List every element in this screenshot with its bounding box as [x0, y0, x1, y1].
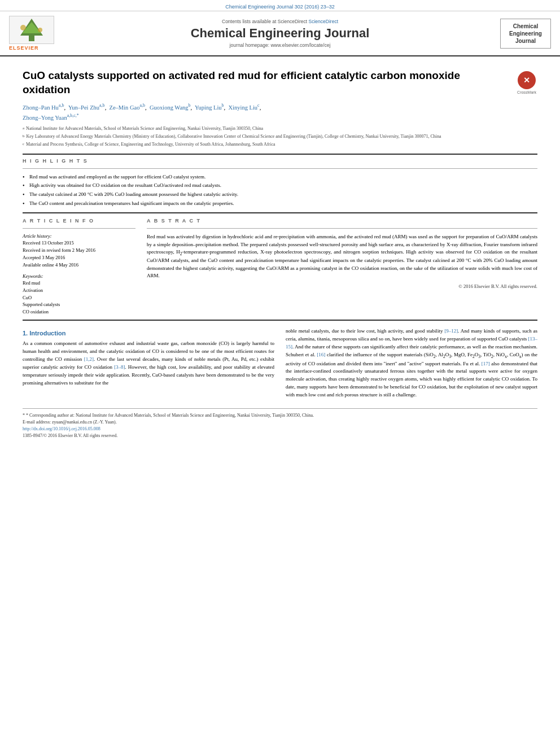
page-wrapper: Chemical Engineering Journal 302 (2016) … — [0, 0, 560, 447]
ref-1-2[interactable]: [1,2] — [84, 356, 94, 362]
author-zhu: Yun–Pei Zhu — [68, 104, 99, 111]
crossmark-badge[interactable]: ✕ CrossMark — [516, 71, 537, 94]
ref-9-12[interactable]: [9–12] — [444, 328, 458, 334]
author-liu-x: Xinying Liu — [228, 104, 257, 111]
kw-2: Activation — [23, 287, 135, 294]
crossmark-label: CrossMark — [517, 90, 536, 94]
keywords-title: Keywords: — [23, 273, 135, 279]
homepage-line: journal homepage: www.elsevier.com/locat… — [65, 42, 495, 48]
affil-a-text: National Institute for Advanced Material… — [26, 125, 263, 132]
issn-copyright: 1385-8947/© 2016 Elsevier B.V. All right… — [23, 433, 537, 439]
crossmark-icon: ✕ — [518, 71, 536, 89]
kw-5: CO oxidation — [23, 309, 135, 316]
footnote-area: * * Corresponding author at: National In… — [23, 408, 537, 439]
affil-b-text: Key Laboratory of Advanced Energy Materi… — [27, 133, 441, 140]
article-info-abstract-cols: A R T I C L E I N F O Article history: R… — [23, 218, 537, 316]
journal-center-info: Contents lists available at ScienceDirec… — [65, 19, 495, 48]
thick-divider-2 — [23, 212, 537, 213]
affil-b: bKey Laboratory of Advanced Energy Mater… — [23, 133, 537, 140]
journal-header: ELSEVIER Contents lists available at Sci… — [0, 11, 560, 56]
authors-line: Zhong–Pan Hua,b, Yun–Pei Zhua,b, Ze–Min … — [23, 102, 537, 122]
affiliations: aNational Institute for Advanced Materia… — [23, 125, 537, 148]
highlights-heading: H I G H L I G H T S — [23, 158, 537, 164]
doi-text: http://dx.doi.org/10.1016/j.cej.2016.05.… — [23, 426, 100, 431]
highlights-divider — [23, 168, 537, 169]
history-received: Received 13 October 2015 — [23, 240, 135, 247]
kw-1: Red mud — [23, 280, 135, 287]
highlight-item: The catalyst calcined at 200 °C with 20%… — [23, 191, 537, 198]
elsevier-tree-icon — [12, 18, 51, 42]
highlights-list: Red mud was activated and employed as th… — [23, 173, 537, 207]
article-title-section: CuO catalysts supported on activated red… — [23, 69, 537, 97]
author-yuan: Zhong–Yong Yuan — [23, 114, 67, 120]
ref-17[interactable]: [17] — [482, 361, 490, 366]
section1-left-text: As a common component of automotive exha… — [23, 340, 274, 387]
article-title: CuO catalysts supported on activated red… — [23, 69, 510, 97]
abstract-heading: A B S T R A C T — [147, 218, 537, 224]
article-info-divider — [23, 228, 135, 229]
section1-title: 1. Introduction — [23, 330, 274, 337]
author-liu-y: Yuping Liu — [195, 104, 222, 111]
svg-point-3 — [20, 25, 26, 30]
history-online: Available online 4 May 2016 — [23, 262, 135, 269]
thick-divider-1 — [23, 154, 537, 155]
body-left-col: 1. Introduction As a common component of… — [23, 327, 274, 403]
affil-c: cMaterial and Process Synthesis, College… — [23, 141, 537, 148]
body-right-col: noble metal catalysts, due to their low … — [286, 327, 537, 403]
highlight-item: The CuO content and precalcination tempe… — [23, 200, 537, 207]
footnote-star-note: * * Corresponding author at: National In… — [23, 412, 537, 419]
body-two-col: 1. Introduction As a common component of… — [23, 327, 537, 403]
elsevier-logo-area: ELSEVIER — [9, 16, 60, 51]
author-gao: Ze–Min Gao — [110, 104, 140, 111]
author-wang: Guoxiong Wang — [150, 104, 189, 111]
sciencedirect-line: Contents lists available at ScienceDirec… — [65, 19, 495, 24]
history-accepted: Accepted 3 May 2016 — [23, 255, 135, 261]
kw-3: CuO — [23, 295, 135, 302]
abstract-copyright: © 2016 Elsevier B.V. All rights reserved… — [147, 283, 537, 289]
journal-ref: Chemical Engineering Journal 302 (2016) … — [225, 4, 335, 10]
right-journal-box: ChemicalEngineeringJournal — [500, 19, 551, 49]
highlight-item: Red mud was activated and employed as th… — [23, 173, 537, 181]
right-journal-box-area: ChemicalEngineeringJournal — [500, 19, 551, 49]
journal-title-header: Chemical Engineering Journal — [65, 27, 495, 40]
thick-divider-3 — [23, 320, 537, 321]
article-info-heading: A R T I C L E I N F O — [23, 218, 135, 224]
doi-link[interactable]: http://dx.doi.org/10.1016/j.cej.2016.05.… — [23, 426, 537, 433]
author-hu: Zhong–Pan Hu — [23, 104, 59, 111]
article-history: Article history: Received 13 October 201… — [23, 233, 135, 269]
elsevier-label: ELSEVIER — [9, 45, 39, 51]
kw-4: Supported catalysts — [23, 302, 135, 308]
ref-16[interactable]: [16] — [317, 352, 325, 357]
sciencedirect-text: Contents lists available at ScienceDirec… — [222, 19, 307, 24]
section1-right-text: noble metal catalysts, due to their low … — [286, 327, 537, 399]
affil-a: aNational Institute for Advanced Materia… — [23, 125, 537, 132]
history-revised: Received in revised form 2 May 2016 — [23, 247, 135, 254]
sciencedirect-link[interactable]: ScienceDirect — [309, 19, 338, 24]
history-title: Article history: — [23, 233, 135, 239]
affil-c-text: Material and Process Synthesis, College … — [26, 141, 275, 148]
main-content: CuO catalysts supported on activated red… — [0, 56, 560, 447]
highlights-section: H I G H L I G H T S Red mud was activate… — [23, 158, 537, 207]
abstract-text: Red mud was activated by digestion in hy… — [147, 233, 537, 280]
abstract-divider — [147, 228, 537, 229]
ref-13-15[interactable]: [13–15] — [286, 336, 537, 350]
top-bar: Chemical Engineering Journal 302 (2016) … — [0, 0, 560, 11]
footnote-email: E-mail address: zyuan@nankai.edu.cn (Z.-… — [23, 419, 537, 426]
ref-3-8[interactable]: [3–8] — [114, 364, 125, 370]
svg-point-4 — [38, 28, 42, 32]
article-info-col: A R T I C L E I N F O Article history: R… — [23, 218, 135, 316]
elsevier-logo-img — [9, 16, 54, 44]
abstract-section: A B S T R A C T Red mud was activated by… — [147, 218, 537, 316]
keywords-section: Keywords: Red mud Activation CuO Support… — [23, 273, 135, 316]
article-title-text: CuO catalysts supported on activated red… — [23, 69, 510, 97]
highlight-item: High activity was obtained for CO oxidat… — [23, 182, 537, 189]
